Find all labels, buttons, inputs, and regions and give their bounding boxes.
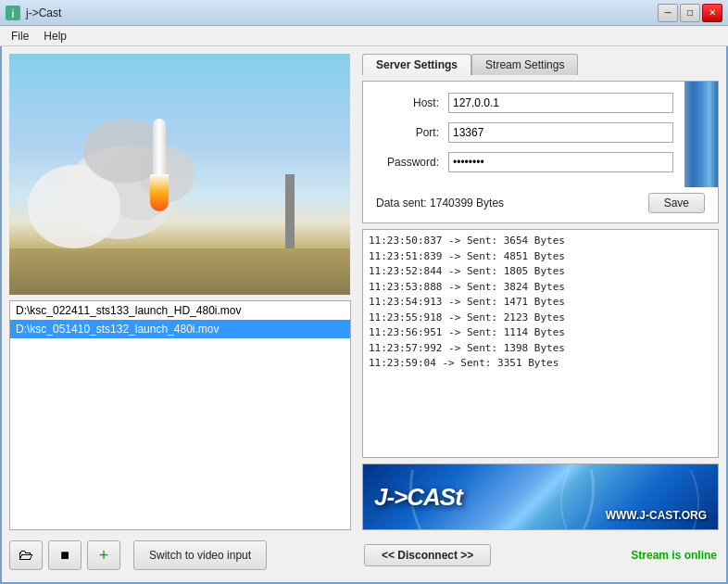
- log-line: 11:23:55:918 -> Sent: 2123 Bytes: [369, 311, 712, 326]
- settings-container: Host: Port: Password: Data: [362, 81, 719, 223]
- password-row: Password:: [374, 152, 673, 172]
- app-icon: j: [6, 6, 20, 20]
- switch-video-button[interactable]: Switch to video input: [133, 540, 267, 570]
- log-line: 11:23:56:951 -> Sent: 1114 Bytes: [369, 325, 712, 341]
- tab-server-settings[interactable]: Server Settings: [362, 54, 471, 75]
- right-panel: Server Settings Stream Settings Host: Po…: [358, 46, 726, 582]
- port-input[interactable]: [448, 122, 673, 143]
- logo-banner: J->CASt WWW.J-CAST.ORG: [362, 463, 719, 530]
- main-content: D:\ksc_022411_sts133_launch_HD_480i.mov …: [0, 46, 728, 584]
- log-line: 11:23:50:837 -> Sent: 3654 Bytes: [369, 234, 712, 249]
- minimize-button[interactable]: ─: [658, 4, 678, 22]
- tab-stream-settings[interactable]: Stream Settings: [471, 54, 578, 75]
- add-button[interactable]: +: [87, 540, 120, 570]
- log-line: 11:23:59:04 -> Sent: 3351 Bytes: [369, 356, 712, 372]
- file-list-item[interactable]: D:\ksc_022411_sts133_launch_HD_480i.mov: [10, 301, 350, 320]
- log-line: 11:23:57:992 -> Sent: 1398 Bytes: [369, 341, 712, 357]
- port-label: Port:: [374, 126, 448, 139]
- file-list-item[interactable]: D:\ksc_051410_sts132_launch_480i.mov: [10, 320, 350, 338]
- title-bar: j j->Cast ─ □ ✕: [0, 0, 728, 26]
- logo-group: J->CASt: [374, 483, 462, 512]
- data-sent-label: Data sent: 1740399 Bytes: [376, 197, 504, 209]
- menu-bar: File Help: [0, 26, 728, 46]
- window-controls: ─ □ ✕: [658, 4, 722, 22]
- maximize-button[interactable]: □: [680, 4, 700, 22]
- log-line: 11:23:54:913 -> Sent: 1471 Bytes: [369, 295, 712, 311]
- open-button[interactable]: 🗁: [9, 540, 43, 570]
- port-row: Port:: [374, 122, 673, 143]
- file-list: D:\ksc_022411_sts133_launch_HD_480i.mov …: [9, 300, 351, 530]
- host-label: Host:: [374, 96, 448, 109]
- bottom-toolbar: 🗁 ■ + Switch to video input: [9, 536, 351, 575]
- log-line: 11:23:53:888 -> Sent: 3824 Bytes: [369, 280, 712, 296]
- settings-form: Host: Port: Password:: [363, 82, 684, 187]
- stop-icon: ■: [60, 547, 69, 564]
- password-label: Password:: [374, 156, 448, 169]
- folder-icon: 🗁: [19, 547, 33, 564]
- save-button[interactable]: Save: [648, 193, 705, 213]
- log-line: 11:23:52:844 -> Sent: 1805 Bytes: [369, 264, 712, 280]
- password-input[interactable]: [448, 152, 673, 172]
- host-input[interactable]: [448, 93, 673, 113]
- video-preview: [9, 54, 350, 295]
- logo-url: WWW.J-CAST.ORG: [606, 509, 707, 522]
- data-sent-row: Data sent: 1740399 Bytes Save: [363, 187, 718, 222]
- tower: [285, 174, 295, 248]
- deco-bar: [684, 82, 718, 187]
- tab-bar: Server Settings Stream Settings: [362, 54, 719, 75]
- ground: [9, 248, 350, 295]
- shuttle-body: [153, 119, 166, 174]
- flame: [150, 174, 169, 211]
- settings-inner-wrapper: Host: Port: Password:: [363, 82, 718, 187]
- log-area[interactable]: 11:23:50:837 -> Sent: 3654 Bytes11:23:51…: [362, 229, 719, 458]
- add-icon: +: [99, 546, 109, 565]
- status-label: Stream is online: [631, 549, 717, 562]
- log-line: 11:23:51:839 -> Sent: 4851 Bytes: [369, 249, 712, 265]
- disconnect-button[interactable]: << Disconnect >>: [364, 544, 491, 566]
- bottom-row: << Disconnect >> Stream is online: [362, 536, 719, 575]
- menu-help[interactable]: Help: [36, 28, 74, 44]
- host-row: Host:: [374, 93, 673, 113]
- title-bar-left: j j->Cast: [6, 6, 61, 20]
- shuttle-scene: [9, 54, 350, 295]
- menu-file[interactable]: File: [4, 28, 36, 44]
- stop-button[interactable]: ■: [48, 540, 82, 570]
- left-panel: D:\ksc_022411_sts133_launch_HD_480i.mov …: [2, 46, 358, 582]
- window-title: j->Cast: [26, 6, 61, 19]
- logo-text: J->CASt: [374, 483, 462, 512]
- close-button[interactable]: ✕: [702, 4, 722, 22]
